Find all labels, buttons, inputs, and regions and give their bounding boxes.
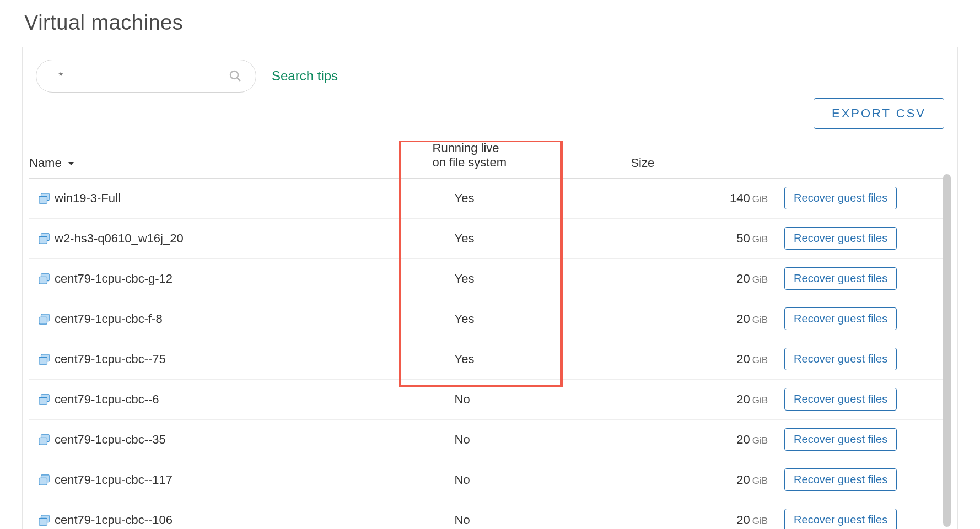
vm-table: Name Running live on file system Size: [29, 141, 951, 529]
cell-action: Recover guest files: [784, 460, 951, 500]
cell-size: 50GiB: [631, 218, 784, 258]
svg-rect-17: [39, 478, 47, 485]
recover-guest-files-button[interactable]: Recover guest files: [784, 227, 897, 250]
cell-name[interactable]: cent79-1cpu-cbc--6: [29, 379, 433, 419]
table-header-row: Name Running live on file system Size: [29, 141, 951, 178]
vm-name-label: cent79-1cpu-cbc--75: [55, 352, 166, 366]
recover-guest-files-button[interactable]: Recover guest files: [784, 468, 897, 491]
column-header-name[interactable]: Name: [29, 141, 433, 178]
cell-running: No: [433, 460, 631, 500]
cell-running: Yes: [433, 299, 631, 339]
size-unit: GiB: [752, 516, 768, 526]
cell-name[interactable]: cent79-1cpu-cbc-f-8: [29, 299, 433, 339]
cell-name[interactable]: cent79-1cpu-cbc--117: [29, 460, 433, 500]
recover-guest-files-button[interactable]: Recover guest files: [784, 388, 897, 411]
cell-size: 140GiB: [631, 178, 784, 218]
size-value: 140: [730, 191, 750, 205]
vm-name-label: cent79-1cpu-cbc-g-12: [55, 272, 173, 285]
recover-guest-files-button[interactable]: Recover guest files: [784, 187, 897, 209]
cell-name[interactable]: cent79-1cpu-cbc--35: [29, 419, 433, 460]
recover-guest-files-button[interactable]: Recover guest files: [784, 428, 897, 451]
cell-running: No: [433, 419, 631, 460]
cell-name[interactable]: cent79-1cpu-cbc-g-12: [29, 258, 433, 299]
recover-guest-files-button[interactable]: Recover guest files: [784, 267, 897, 290]
cell-action: Recover guest files: [784, 500, 951, 529]
vm-icon: [38, 273, 50, 285]
page-header: Virtual machines: [0, 0, 980, 47]
vm-name-label: cent79-1cpu-cbc--6: [55, 392, 159, 406]
svg-rect-5: [39, 237, 47, 244]
svg-rect-9: [39, 317, 47, 325]
size-unit: GiB: [752, 395, 768, 406]
svg-rect-11: [39, 358, 47, 365]
cell-running: Yes: [433, 339, 631, 379]
vm-icon: [38, 514, 50, 526]
svg-rect-3: [39, 197, 47, 204]
size-value: 20: [736, 312, 750, 326]
page-title: Virtual machines: [24, 11, 980, 35]
cell-action: Recover guest files: [784, 299, 951, 339]
cell-running: No: [433, 500, 631, 529]
size-value: 20: [736, 392, 750, 406]
size-unit: GiB: [752, 234, 768, 245]
cell-action: Recover guest files: [784, 218, 951, 258]
column-header-size-label: Size: [631, 156, 654, 170]
size-value: 20: [736, 513, 750, 527]
export-csv-button[interactable]: EXPORT CSV: [814, 98, 944, 129]
cell-action: Recover guest files: [784, 419, 951, 460]
export-row: EXPORT CSV: [23, 93, 957, 129]
size-value: 50: [736, 231, 750, 245]
cell-size: 20GiB: [631, 460, 784, 500]
vm-name-label: cent79-1cpu-cbc-f-8: [55, 312, 163, 326]
scrollbar[interactable]: [943, 174, 951, 527]
recover-guest-files-button[interactable]: Recover guest files: [784, 307, 897, 330]
cell-running: Yes: [433, 218, 631, 258]
search-input[interactable]: [36, 60, 256, 93]
column-header-running[interactable]: Running live on file system: [433, 141, 631, 178]
cell-action: Recover guest files: [784, 379, 951, 419]
column-header-name-label: Name: [29, 156, 62, 170]
content-panel: Search tips EXPORT CSV Name Running live…: [22, 47, 958, 529]
vm-icon: [38, 233, 50, 245]
size-value: 20: [736, 352, 750, 366]
vm-name-label: cent79-1cpu-cbc--35: [55, 433, 166, 446]
cell-size: 20GiB: [631, 419, 784, 460]
vm-icon: [38, 393, 50, 406]
svg-line-1: [238, 78, 241, 82]
cell-name[interactable]: win19-3-Full: [29, 178, 433, 218]
table-row: win19-3-FullYes140GiBRecover guest files: [29, 178, 951, 218]
table-row: cent79-1cpu-cbc-f-8Yes20GiBRecover guest…: [29, 299, 951, 339]
size-unit: GiB: [752, 355, 768, 365]
column-header-size[interactable]: Size: [631, 141, 784, 178]
size-value: 20: [736, 473, 750, 487]
vm-icon: [38, 434, 50, 446]
table-scroll[interactable]: Name Running live on file system Size: [29, 141, 951, 529]
column-header-running-line1: Running live: [433, 141, 499, 155]
svg-point-0: [230, 71, 238, 79]
recover-guest-files-button[interactable]: Recover guest files: [784, 348, 897, 370]
column-header-action: [784, 141, 951, 178]
svg-rect-7: [39, 277, 47, 284]
cell-running: No: [433, 379, 631, 419]
size-unit: GiB: [752, 315, 768, 325]
cell-size: 20GiB: [631, 258, 784, 299]
size-value: 20: [736, 272, 750, 285]
cell-name[interactable]: cent79-1cpu-cbc--75: [29, 339, 433, 379]
cell-name[interactable]: w2-hs3-q0610_w16j_20: [29, 218, 433, 258]
cell-running: Yes: [433, 178, 631, 218]
table-wrap: Name Running live on file system Size: [29, 141, 951, 529]
cell-name[interactable]: cent79-1cpu-cbc--106: [29, 500, 433, 529]
sort-caret-icon: [68, 162, 74, 165]
vm-icon: [38, 313, 50, 325]
recover-guest-files-button[interactable]: Recover guest files: [784, 509, 897, 529]
cell-size: 20GiB: [631, 500, 784, 529]
size-unit: GiB: [752, 476, 768, 486]
size-value: 20: [736, 433, 750, 446]
cell-running: Yes: [433, 258, 631, 299]
table-row: cent79-1cpu-cbc--75Yes20GiBRecover guest…: [29, 339, 951, 379]
cell-size: 20GiB: [631, 339, 784, 379]
table-row: cent79-1cpu-cbc--35No20GiBRecover guest …: [29, 419, 951, 460]
search-tips-link[interactable]: Search tips: [272, 68, 338, 84]
search-wrap: [36, 60, 256, 93]
vm-name-label: w2-hs3-q0610_w16j_20: [55, 231, 184, 245]
